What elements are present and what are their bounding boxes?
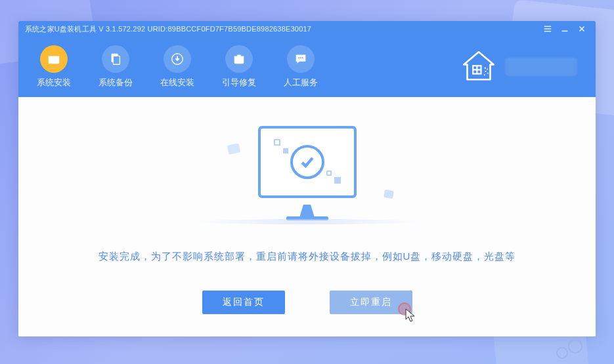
back-home-button[interactable]: 返回首页 — [202, 291, 285, 314]
svg-point-9 — [302, 57, 303, 58]
svg-point-16 — [487, 73, 489, 74]
minimize-button[interactable] — [556, 21, 573, 37]
completion-message: 安装完成，为了不影响系统部署，重启前请将外接设备拔掉，例如U盘，移动硬盘，光盘等 — [72, 251, 542, 263]
house-logo-icon — [460, 49, 497, 85]
toolbar: 系统安装 系统备份 在线安装 引导修复 人工服务 — [18, 37, 596, 97]
minimize-icon — [560, 24, 569, 33]
close-button[interactable] — [573, 21, 590, 37]
close-icon — [577, 24, 586, 33]
tab-online-install[interactable]: 在线安装 — [160, 45, 194, 89]
button-label: 立即重启 — [350, 296, 392, 308]
svg-rect-3 — [562, 31, 568, 32]
tab-label: 系统备份 — [99, 77, 133, 89]
svg-point-14 — [487, 68, 488, 70]
window-title: 系统之家U盘装机工具 V 3.1.572.292 URID:89BBCCF0FD… — [25, 24, 311, 34]
checkmark-icon — [290, 145, 324, 179]
chat-icon — [287, 45, 315, 73]
svg-point-8 — [300, 57, 301, 58]
svg-rect-2 — [544, 31, 552, 31]
download-icon — [164, 45, 191, 73]
menu-icon — [543, 24, 552, 33]
svg-point-17 — [484, 74, 485, 75]
svg-point-15 — [485, 71, 486, 72]
tab-label: 人工服务 — [284, 77, 318, 89]
button-label: 返回首页 — [223, 296, 265, 308]
cursor-icon — [405, 308, 416, 322]
svg-rect-1 — [544, 28, 552, 29]
box-icon — [40, 45, 68, 73]
tab-system-install[interactable]: 系统安装 — [37, 45, 71, 89]
brand-text-obscured — [505, 58, 577, 76]
svg-point-13 — [484, 68, 485, 69]
svg-rect-5 — [113, 56, 120, 64]
tab-label: 在线安装 — [160, 77, 194, 89]
tab-label: 系统安装 — [37, 77, 71, 89]
main-content: 安装完成，为了不影响系统部署，重启前请将外接设备拔掉，例如U盘，移动硬盘，光盘等… — [18, 97, 596, 336]
tab-manual-service[interactable]: 人工服务 — [284, 45, 318, 89]
tab-system-backup[interactable]: 系统备份 — [99, 45, 133, 89]
menu-button[interactable] — [539, 21, 556, 37]
app-window: 系统之家U盘装机工具 V 3.1.572.292 URID:89BBCCF0FD… — [18, 21, 596, 336]
briefcase-icon — [225, 45, 253, 73]
titlebar: 系统之家U盘装机工具 V 3.1.572.292 URID:89BBCCF0FD… — [18, 21, 596, 37]
svg-point-7 — [298, 57, 299, 58]
corner-decoration — [554, 339, 582, 359]
action-buttons: 返回首页 立即重启 — [202, 291, 412, 314]
tab-label: 引导修复 — [222, 77, 256, 89]
success-illustration — [252, 126, 363, 224]
tab-boot-repair[interactable]: 引导修复 — [222, 45, 256, 89]
copy-icon — [102, 45, 129, 73]
svg-rect-0 — [544, 26, 552, 27]
restart-now-button[interactable]: 立即重启 — [330, 291, 412, 314]
brand-logo-area — [460, 49, 577, 85]
